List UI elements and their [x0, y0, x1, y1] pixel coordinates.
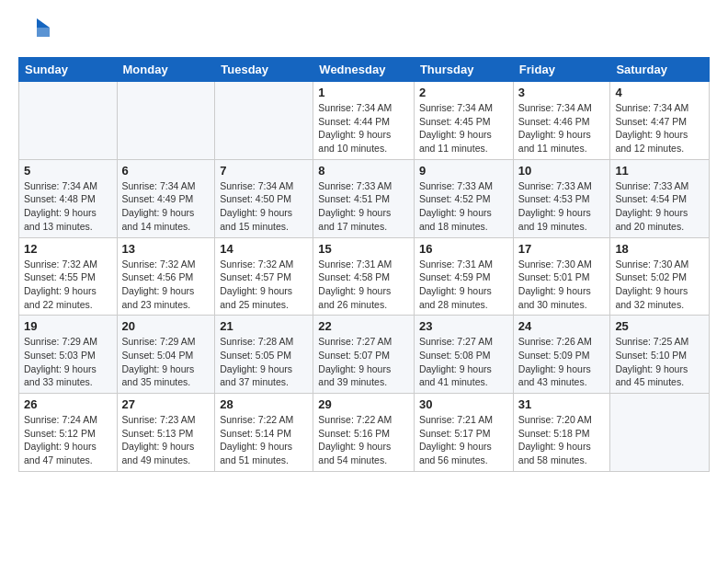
day-number: 28	[220, 397, 308, 411]
day-info: Sunrise: 7:34 AM Sunset: 4:47 PM Dayligh…	[615, 101, 704, 155]
day-cell	[610, 394, 710, 472]
day-cell: 21Sunrise: 7:28 AM Sunset: 5:05 PM Dayli…	[215, 316, 313, 394]
weekday-header: Monday	[117, 58, 215, 82]
day-number: 4	[615, 86, 704, 99]
week-row: 19Sunrise: 7:29 AM Sunset: 5:03 PM Dayli…	[19, 316, 710, 394]
day-number: 30	[419, 397, 508, 411]
day-cell: 29Sunrise: 7:22 AM Sunset: 5:16 PM Dayli…	[313, 394, 415, 472]
day-info: Sunrise: 7:22 AM Sunset: 5:16 PM Dayligh…	[318, 413, 409, 467]
logo-icon	[18, 15, 51, 48]
day-cell: 22Sunrise: 7:27 AM Sunset: 5:07 PM Dayli…	[313, 316, 415, 394]
week-row: 26Sunrise: 7:24 AM Sunset: 5:12 PM Dayli…	[19, 394, 710, 472]
day-info: Sunrise: 7:29 AM Sunset: 5:03 PM Dayligh…	[24, 335, 112, 389]
day-info: Sunrise: 7:27 AM Sunset: 5:07 PM Dayligh…	[318, 335, 409, 389]
day-cell: 27Sunrise: 7:23 AM Sunset: 5:13 PM Dayli…	[117, 394, 215, 472]
week-row: 5Sunrise: 7:34 AM Sunset: 4:48 PM Daylig…	[19, 159, 710, 237]
day-number: 15	[318, 242, 409, 256]
day-number: 24	[518, 319, 606, 333]
day-cell: 14Sunrise: 7:32 AM Sunset: 4:57 PM Dayli…	[215, 237, 313, 316]
day-number: 21	[220, 319, 308, 333]
day-number: 22	[318, 319, 409, 333]
day-cell: 16Sunrise: 7:31 AM Sunset: 4:59 PM Dayli…	[414, 237, 513, 316]
day-cell: 17Sunrise: 7:30 AM Sunset: 5:01 PM Dayli…	[513, 237, 610, 316]
day-info: Sunrise: 7:31 AM Sunset: 4:58 PM Dayligh…	[318, 258, 409, 312]
day-cell: 1Sunrise: 7:34 AM Sunset: 4:44 PM Daylig…	[313, 82, 415, 160]
day-info: Sunrise: 7:30 AM Sunset: 5:01 PM Dayligh…	[518, 258, 606, 312]
weekday-header: Tuesday	[215, 58, 313, 82]
weekday-header: Thursday	[414, 58, 513, 82]
day-info: Sunrise: 7:34 AM Sunset: 4:48 PM Dayligh…	[24, 179, 112, 234]
day-cell: 30Sunrise: 7:21 AM Sunset: 5:17 PM Dayli…	[414, 394, 513, 472]
day-number: 13	[122, 242, 210, 256]
day-number: 8	[318, 164, 409, 178]
day-number: 29	[318, 397, 409, 411]
header	[18, 15, 710, 48]
day-info: Sunrise: 7:29 AM Sunset: 5:04 PM Dayligh…	[122, 335, 210, 389]
day-number: 20	[122, 319, 210, 333]
calendar: SundayMondayTuesdayWednesdayThursdayFrid…	[18, 57, 710, 472]
day-cell: 10Sunrise: 7:33 AM Sunset: 4:53 PM Dayli…	[513, 159, 610, 237]
weekday-row: SundayMondayTuesdayWednesdayThursdayFrid…	[19, 58, 710, 82]
day-cell: 5Sunrise: 7:34 AM Sunset: 4:48 PM Daylig…	[19, 159, 118, 237]
day-info: Sunrise: 7:33 AM Sunset: 4:54 PM Dayligh…	[615, 179, 704, 234]
day-number: 18	[615, 242, 704, 256]
weekday-header: Wednesday	[313, 58, 415, 82]
weekday-header: Sunday	[19, 58, 118, 82]
day-info: Sunrise: 7:21 AM Sunset: 5:17 PM Dayligh…	[419, 413, 508, 467]
day-info: Sunrise: 7:20 AM Sunset: 5:18 PM Dayligh…	[518, 413, 606, 467]
day-number: 7	[220, 164, 308, 178]
day-info: Sunrise: 7:32 AM Sunset: 4:56 PM Dayligh…	[122, 258, 210, 312]
day-number: 12	[24, 242, 112, 256]
day-cell: 23Sunrise: 7:27 AM Sunset: 5:08 PM Dayli…	[414, 316, 513, 394]
day-info: Sunrise: 7:34 AM Sunset: 4:49 PM Dayligh…	[122, 179, 210, 234]
day-info: Sunrise: 7:27 AM Sunset: 5:08 PM Dayligh…	[419, 335, 508, 389]
svg-marker-2	[37, 28, 50, 37]
day-number: 31	[518, 397, 606, 411]
day-cell: 18Sunrise: 7:30 AM Sunset: 5:02 PM Dayli…	[610, 237, 710, 316]
day-cell	[215, 82, 313, 160]
day-info: Sunrise: 7:23 AM Sunset: 5:13 PM Dayligh…	[122, 413, 210, 467]
page: SundayMondayTuesdayWednesdayThursdayFrid…	[0, 0, 728, 563]
day-cell: 11Sunrise: 7:33 AM Sunset: 4:54 PM Dayli…	[610, 159, 710, 237]
day-info: Sunrise: 7:24 AM Sunset: 5:12 PM Dayligh…	[24, 413, 112, 467]
day-number: 17	[518, 242, 606, 256]
day-info: Sunrise: 7:25 AM Sunset: 5:10 PM Dayligh…	[615, 335, 704, 389]
day-info: Sunrise: 7:34 AM Sunset: 4:45 PM Dayligh…	[419, 101, 508, 155]
day-number: 26	[24, 397, 112, 411]
day-cell: 7Sunrise: 7:34 AM Sunset: 4:50 PM Daylig…	[215, 159, 313, 237]
day-number: 23	[419, 319, 508, 333]
day-cell: 6Sunrise: 7:34 AM Sunset: 4:49 PM Daylig…	[117, 159, 215, 237]
day-number: 2	[419, 86, 508, 99]
day-cell: 8Sunrise: 7:33 AM Sunset: 4:51 PM Daylig…	[313, 159, 415, 237]
day-number: 19	[24, 319, 112, 333]
day-number: 25	[615, 319, 704, 333]
day-info: Sunrise: 7:34 AM Sunset: 4:46 PM Dayligh…	[518, 101, 606, 155]
weekday-header: Friday	[513, 58, 610, 82]
day-cell: 3Sunrise: 7:34 AM Sunset: 4:46 PM Daylig…	[513, 82, 610, 160]
day-info: Sunrise: 7:22 AM Sunset: 5:14 PM Dayligh…	[220, 413, 308, 467]
day-number: 6	[122, 164, 210, 178]
day-info: Sunrise: 7:33 AM Sunset: 4:53 PM Dayligh…	[518, 179, 606, 234]
calendar-header: SundayMondayTuesdayWednesdayThursdayFrid…	[19, 58, 710, 82]
day-number: 1	[318, 86, 409, 99]
day-info: Sunrise: 7:30 AM Sunset: 5:02 PM Dayligh…	[615, 258, 704, 312]
day-number: 11	[615, 164, 704, 178]
day-cell: 2Sunrise: 7:34 AM Sunset: 4:45 PM Daylig…	[414, 82, 513, 160]
day-number: 9	[419, 164, 508, 178]
day-cell: 9Sunrise: 7:33 AM Sunset: 4:52 PM Daylig…	[414, 159, 513, 237]
day-cell: 4Sunrise: 7:34 AM Sunset: 4:47 PM Daylig…	[610, 82, 710, 160]
logo	[18, 15, 55, 48]
day-number: 14	[220, 242, 308, 256]
day-info: Sunrise: 7:26 AM Sunset: 5:09 PM Dayligh…	[518, 335, 606, 389]
day-info: Sunrise: 7:33 AM Sunset: 4:51 PM Dayligh…	[318, 179, 409, 234]
day-cell: 31Sunrise: 7:20 AM Sunset: 5:18 PM Dayli…	[513, 394, 610, 472]
day-cell: 20Sunrise: 7:29 AM Sunset: 5:04 PM Dayli…	[117, 316, 215, 394]
day-info: Sunrise: 7:28 AM Sunset: 5:05 PM Dayligh…	[220, 335, 308, 389]
day-info: Sunrise: 7:32 AM Sunset: 4:57 PM Dayligh…	[220, 258, 308, 312]
calendar-body: 1Sunrise: 7:34 AM Sunset: 4:44 PM Daylig…	[19, 82, 710, 472]
day-cell: 25Sunrise: 7:25 AM Sunset: 5:10 PM Dayli…	[610, 316, 710, 394]
day-cell: 13Sunrise: 7:32 AM Sunset: 4:56 PM Dayli…	[117, 237, 215, 316]
day-cell: 24Sunrise: 7:26 AM Sunset: 5:09 PM Dayli…	[513, 316, 610, 394]
day-number: 10	[518, 164, 606, 178]
day-info: Sunrise: 7:33 AM Sunset: 4:52 PM Dayligh…	[419, 179, 508, 234]
